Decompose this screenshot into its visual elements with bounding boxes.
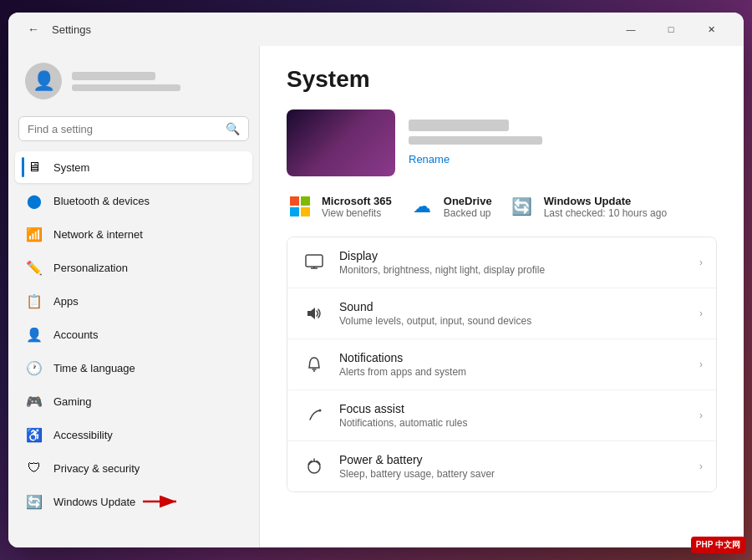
sidebar-item-label: Accessibility <box>53 429 113 441</box>
settings-item-display[interactable]: Display Monitors, brightness, night ligh… <box>287 237 716 288</box>
microsoft365-status: View benefits <box>322 207 392 219</box>
sidebar-item-label: Bluetooth & devices <box>53 195 150 207</box>
sound-text: Sound Volume levels, output, input, soun… <box>339 300 699 327</box>
svg-marker-5 <box>307 308 315 319</box>
maximize-button[interactable]: □ <box>652 16 690 43</box>
sidebar-item-label: Gaming <box>53 395 92 408</box>
sidebar-item-privacy[interactable]: 🛡 Privacy & security <box>15 452 252 484</box>
display-subtitle: Monitors, brightness, night light, displ… <box>339 264 699 276</box>
personalization-icon: ✏️ <box>25 258 43 277</box>
chevron-right-icon: › <box>699 461 703 472</box>
chevron-right-icon: › <box>699 410 703 421</box>
chevron-right-icon: › <box>699 257 703 268</box>
display-title: Display <box>339 249 699 262</box>
sidebar-item-gaming[interactable]: 🎮 Gaming <box>15 385 252 417</box>
rename-link[interactable]: Rename <box>409 153 450 165</box>
titlebar-title: Settings <box>52 23 91 36</box>
sidebar: 👤 🔍 🖥 System ⬤ Bluet <box>8 46 259 547</box>
system-icon: 🖥 <box>25 158 43 176</box>
settings-item-power[interactable]: Power & battery Sleep, battery usage, ba… <box>287 441 716 491</box>
focus-icon <box>301 402 328 429</box>
network-icon: 📶 <box>25 225 43 243</box>
focus-subtitle: Notifications, automatic rules <box>339 417 699 429</box>
avatar: 👤 <box>25 63 62 99</box>
sidebar-item-personalization[interactable]: ✏️ Personalization <box>15 252 252 283</box>
settings-item-sound[interactable]: Sound Volume levels, output, input, soun… <box>287 288 716 339</box>
settings-window: ← Settings — □ ✕ 👤 🔍 <box>8 13 744 547</box>
update-icon: 🔄 <box>25 492 43 511</box>
display-text: Display Monitors, brightness, night ligh… <box>339 249 699 276</box>
device-card: Rename <box>287 109 717 176</box>
back-button[interactable]: ← <box>22 18 45 41</box>
device-info: Rename <box>409 120 542 166</box>
onedrive-card[interactable]: ☁ OneDrive Backed up <box>409 193 492 220</box>
notifications-subtitle: Alerts from apps and system <box>339 366 699 378</box>
device-image <box>287 109 395 176</box>
sidebar-item-network[interactable]: 📶 Network & internet <box>15 218 252 250</box>
user-name <box>72 72 155 80</box>
sidebar-item-label: Network & internet <box>53 228 143 241</box>
sidebar-item-label: System <box>53 161 89 174</box>
accessibility-icon: ♿ <box>25 425 43 444</box>
user-icon: 👤 <box>33 70 55 92</box>
search-input[interactable] <box>28 123 226 135</box>
sidebar-item-system[interactable]: 🖥 System <box>15 151 252 183</box>
titlebar: ← Settings — □ ✕ <box>8 13 744 46</box>
search-icon: 🔍 <box>226 122 240 135</box>
microsoft365-card[interactable]: Microsoft 365 View benefits <box>287 193 392 220</box>
sidebar-item-bluetooth[interactable]: ⬤ Bluetooth & devices <box>15 185 252 216</box>
sidebar-nav: 🖥 System ⬤ Bluetooth & devices 📶 Network… <box>15 151 252 517</box>
onedrive-info: OneDrive Backed up <box>444 195 492 219</box>
sidebar-item-label: Apps <box>53 295 79 308</box>
page-title: System <box>287 66 717 93</box>
sidebar-item-apps[interactable]: 📋 Apps <box>15 285 252 317</box>
svg-rect-2 <box>306 255 323 267</box>
sidebar-item-accessibility[interactable]: ♿ Accessibility <box>15 419 252 451</box>
onedrive-status: Backed up <box>444 207 492 219</box>
power-icon <box>301 453 328 480</box>
user-info <box>72 72 180 91</box>
settings-list: Display Monitors, brightness, night ligh… <box>287 237 717 492</box>
arrow-indicator-icon <box>139 493 185 510</box>
chevron-right-icon: › <box>699 308 703 319</box>
svg-point-8 <box>319 410 322 412</box>
close-button[interactable]: ✕ <box>692 16 730 43</box>
notifications-title: Notifications <box>339 351 699 364</box>
bluetooth-icon: ⬤ <box>25 191 43 210</box>
user-email <box>72 84 180 91</box>
power-title: Power & battery <box>339 453 699 466</box>
sidebar-item-label: Time & language <box>53 362 135 374</box>
svg-point-7 <box>313 370 315 372</box>
svg-point-9 <box>308 461 320 473</box>
minimize-button[interactable]: — <box>612 16 650 43</box>
search-box[interactable]: 🔍 <box>18 116 249 141</box>
sidebar-item-time[interactable]: 🕐 Time & language <box>15 352 252 384</box>
microsoft365-name: Microsoft 365 <box>322 195 392 207</box>
microsoft365-info: Microsoft 365 View benefits <box>322 195 392 219</box>
php-badge: PHP 中文网 <box>691 537 745 553</box>
window-content: 👤 🔍 🖥 System ⬤ Bluet <box>8 46 744 547</box>
settings-item-notifications[interactable]: Notifications Alerts from apps and syste… <box>287 339 716 390</box>
notifications-icon <box>301 351 328 378</box>
sidebar-item-update[interactable]: 🔄 Windows Update <box>15 486 252 517</box>
main-content: System Rename <box>259 46 744 547</box>
focus-text: Focus assist Notifications, automatic ru… <box>339 402 699 429</box>
service-cards: Microsoft 365 View benefits ☁ OneDrive B… <box>287 193 717 220</box>
gaming-icon: 🎮 <box>25 392 43 410</box>
microsoft365-icon <box>287 193 313 220</box>
privacy-icon: 🛡 <box>25 459 43 477</box>
power-text: Power & battery Sleep, battery usage, ba… <box>339 453 699 480</box>
device-name <box>409 120 509 131</box>
sidebar-item-accounts[interactable]: 👤 Accounts <box>15 318 252 350</box>
settings-item-focus[interactable]: Focus assist Notifications, automatic ru… <box>287 390 716 441</box>
onedrive-name: OneDrive <box>444 195 492 207</box>
apps-icon: 📋 <box>25 292 43 310</box>
sound-title: Sound <box>339 300 699 313</box>
accounts-icon: 👤 <box>25 325 43 344</box>
windowsupdate-name: Windows Update <box>544 195 667 207</box>
user-profile[interactable]: 👤 <box>15 56 252 106</box>
windowsupdate-card[interactable]: 🔄 Windows Update Last checked: 10 hours … <box>509 193 667 220</box>
windowsupdate-info: Windows Update Last checked: 10 hours ag… <box>544 195 667 219</box>
time-icon: 🕐 <box>25 359 43 377</box>
notifications-text: Notifications Alerts from apps and syste… <box>339 351 699 378</box>
